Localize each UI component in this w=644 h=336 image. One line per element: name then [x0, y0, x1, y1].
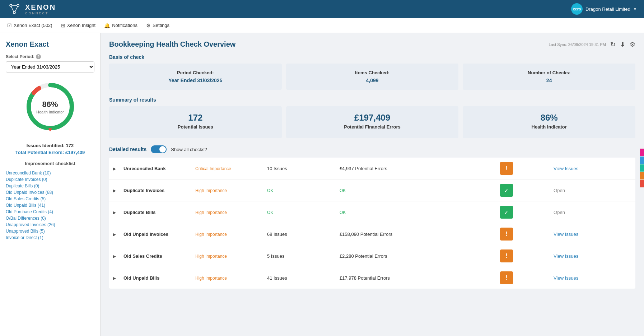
- view-issues-button[interactable]: View Issues: [554, 166, 578, 171]
- toggle-knob: [159, 146, 166, 153]
- nav-settings-label: Settings: [153, 23, 169, 28]
- potential-errors: £158,090 Potential Errors: [336, 223, 496, 245]
- view-issues-button[interactable]: View Issues: [554, 253, 578, 259]
- basis-card-value: 24: [470, 78, 628, 83]
- warning-icon-button[interactable]: !: [500, 228, 513, 241]
- checklist-item[interactable]: Old Unpaid Bills (41): [6, 202, 94, 209]
- checklist-item[interactable]: Old Unpaid Invoices (68): [6, 189, 94, 196]
- page-title: Bookkeeping Health Check Overview: [109, 40, 235, 48]
- check-name: Old Unpaid Bills: [123, 275, 159, 281]
- svg-line-5: [15, 6, 18, 11]
- checklist-item[interactable]: Old Purchase Credits (4): [6, 209, 94, 215]
- checklist-item[interactable]: Duplicate Invoices (0): [6, 176, 94, 183]
- issues-identified: Issues Identified: 172: [6, 143, 94, 148]
- nav-xenon-exact[interactable]: ☑ Xenon Exact (502): [7, 23, 52, 28]
- view-issues-button[interactable]: View Issues: [554, 275, 578, 281]
- expand-arrow[interactable]: ▶: [113, 254, 116, 259]
- importance-label: Critical Importance: [195, 166, 231, 171]
- expand-arrow[interactable]: ▶: [113, 232, 116, 237]
- svg-point-2: [13, 11, 15, 14]
- nav-xenon-insight[interactable]: ⊞ Xenon Insight: [61, 23, 96, 28]
- summary-card-2: 86%Health Indicator: [463, 106, 635, 138]
- expand-arrow[interactable]: ▶: [113, 276, 116, 281]
- indicator-red: [640, 180, 644, 187]
- logo-brand-text: XENON: [25, 3, 56, 11]
- summary-card-value: 86%: [470, 113, 628, 123]
- health-percent: 86%: [36, 100, 64, 109]
- table-row: ▶ Old Unpaid Bills High Importance 41 Is…: [109, 267, 635, 289]
- period-help-icon[interactable]: ?: [36, 54, 41, 59]
- company-dropdown-icon[interactable]: ▼: [633, 7, 637, 11]
- grid-icon: ⊞: [61, 23, 65, 28]
- checklist-item[interactable]: Unapproved Bills (5): [6, 228, 94, 234]
- sidebar: Xenon Exact Select Period: ? Year Ended …: [0, 33, 101, 336]
- indicator-orange: [640, 172, 644, 179]
- logo-sub-text: CONNECT: [25, 11, 56, 15]
- importance-label: High Importance: [195, 276, 227, 281]
- action-cell: View Issues: [550, 245, 635, 267]
- expand-arrow[interactable]: ▶: [113, 166, 116, 171]
- check-name-cell: Unreconciled Bank: [120, 158, 192, 179]
- ok-icon-button[interactable]: ✓: [500, 184, 513, 197]
- settings-button[interactable]: ⚙: [630, 41, 635, 48]
- expand-cell: ▶: [109, 179, 120, 201]
- sidebar-title: Xenon Exact: [6, 40, 94, 48]
- expand-arrow[interactable]: ▶: [113, 210, 116, 215]
- errors-ok: OK: [336, 179, 496, 201]
- status-icon-cell: ✓: [496, 201, 550, 223]
- warning-icon-button[interactable]: !: [500, 249, 513, 262]
- basis-card-value: 4,099: [293, 78, 452, 83]
- select-period-label: Select Period: ?: [6, 54, 94, 59]
- top-nav-right: xero Dragon Retail Limited ▼: [571, 3, 637, 15]
- importance-cell: Critical Importance: [192, 158, 263, 179]
- nav-xenon-insight-label: Xenon Insight: [67, 23, 96, 28]
- refresh-button[interactable]: ↻: [610, 41, 616, 48]
- main-content: Bookkeeping Health Check Overview Last S…: [101, 33, 644, 336]
- header-actions: Last Sync: 26/09/2024 19:31 PM ↻ ⬇ ⚙: [549, 41, 635, 48]
- checklist-item[interactable]: Duplicate Bills (0): [6, 183, 94, 189]
- show-all-toggle[interactable]: [151, 145, 167, 153]
- check-name-cell: Duplicate Invoices: [120, 179, 192, 201]
- status-icon-cell: !: [496, 245, 550, 267]
- right-indicators: [640, 149, 644, 187]
- expand-arrow[interactable]: ▶: [113, 188, 116, 193]
- table-row: ▶ Old Sales Credits High Importance 5 Is…: [109, 245, 635, 267]
- check-name: Unreconciled Bank: [123, 166, 166, 171]
- check-name: Duplicate Bills: [123, 210, 156, 215]
- ok-icon-button[interactable]: ✓: [500, 206, 513, 219]
- nav-settings[interactable]: ⚙ Settings: [146, 23, 169, 28]
- expand-cell: ▶: [109, 245, 120, 267]
- summary-card-value: 172: [116, 113, 275, 123]
- checklist-item[interactable]: Invoice or Direct (1): [6, 234, 94, 241]
- checklist-item[interactable]: Unreconciled Bank (10): [6, 170, 94, 176]
- summary-card-value: £197,409: [293, 113, 452, 123]
- view-issues-button[interactable]: View Issues: [554, 232, 578, 237]
- check-name: Duplicate Invoices: [123, 188, 164, 193]
- download-button[interactable]: ⬇: [620, 41, 625, 48]
- importance-label: High Importance: [195, 210, 227, 215]
- period-select[interactable]: Year Ended 31/03/2025 Year Ended 31/03/2…: [6, 61, 94, 73]
- expand-cell: ▶: [109, 223, 120, 245]
- checklist-item[interactable]: Unapproved Invoices (26): [6, 221, 94, 228]
- bell-icon: 🔔: [104, 23, 110, 28]
- health-label: Health Indicator: [36, 110, 64, 114]
- open-button[interactable]: Open: [554, 210, 565, 215]
- check-name-cell: Old Unpaid Invoices: [120, 223, 192, 245]
- warning-icon-button[interactable]: !: [500, 271, 513, 284]
- nav-notifications[interactable]: 🔔 Notifications: [104, 23, 137, 28]
- checklist-item[interactable]: O/Bal Differences (0): [6, 215, 94, 221]
- status-icon-cell: !: [496, 223, 550, 245]
- summary-cards: 172Potential Issues£197,409Potential Fin…: [109, 106, 635, 138]
- action-cell: View Issues: [550, 267, 635, 289]
- warning-icon-button[interactable]: !: [500, 162, 513, 175]
- checklist-item[interactable]: Old Sales Credits (5): [6, 196, 94, 202]
- importance-cell: High Importance: [192, 201, 263, 223]
- open-button[interactable]: Open: [554, 188, 565, 193]
- logo-container: XENON CONNECT: [7, 2, 56, 16]
- basis-card-label: Number of Checks:: [470, 70, 628, 75]
- importance-cell: High Importance: [192, 267, 263, 289]
- action-cell: View Issues: [550, 158, 635, 179]
- importance-label: High Importance: [195, 232, 227, 237]
- detailed-results-header: Detailed results Show all checks?: [109, 145, 635, 153]
- nav-xenon-exact-label: Xenon Exact (502): [14, 23, 52, 28]
